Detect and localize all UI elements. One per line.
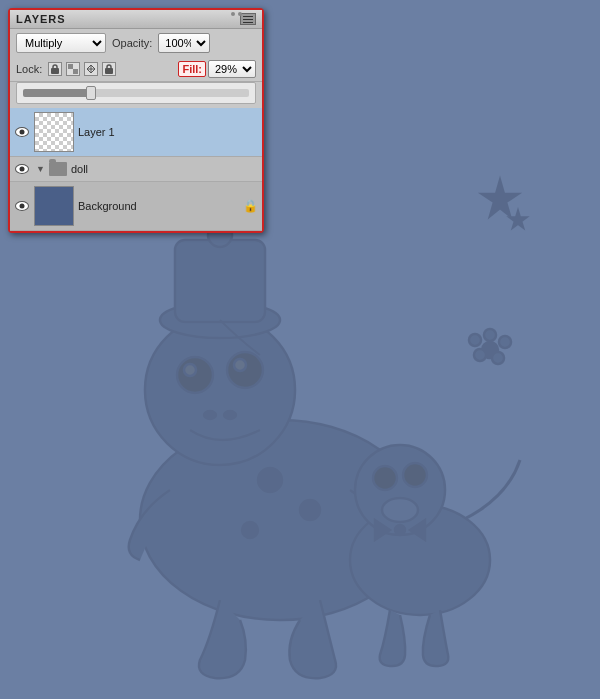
lock-all-icon[interactable] xyxy=(102,62,116,76)
panel-menu-button[interactable] xyxy=(240,13,256,25)
menu-line-3 xyxy=(243,22,253,23)
bg-color-thumbnail xyxy=(35,187,73,225)
resize-dot-1 xyxy=(231,12,235,16)
fill-slider-popup xyxy=(16,82,256,104)
blend-mode-select[interactable]: Multiply Normal Dissolve Darken Lighten … xyxy=(16,33,106,53)
layer-item-background[interactable]: Background 🔒 xyxy=(10,182,262,231)
panel-titlebar: LAYERS xyxy=(10,10,262,29)
svg-point-6 xyxy=(204,411,216,419)
lock-move-icon[interactable] xyxy=(84,62,98,76)
panel-title: LAYERS xyxy=(16,13,66,25)
visibility-icon-doll[interactable] xyxy=(14,161,30,177)
lock-fill-row: Lock: Fill: 29% 100% 75% 50% xyxy=(10,57,262,82)
visibility-icon-background[interactable] xyxy=(14,198,30,214)
fill-select[interactable]: 29% 100% 75% 50% xyxy=(208,60,256,78)
svg-rect-33 xyxy=(107,65,111,70)
lock-position-icon[interactable] xyxy=(48,62,62,76)
svg-rect-32 xyxy=(105,68,113,74)
group-arrow-doll[interactable]: ▼ xyxy=(36,164,45,174)
svg-point-5 xyxy=(234,359,246,371)
svg-point-9 xyxy=(300,500,320,520)
lock-label: Lock: xyxy=(16,63,42,75)
svg-rect-30 xyxy=(73,64,78,69)
eye-symbol-doll xyxy=(15,164,29,174)
fill-slider[interactable] xyxy=(23,89,249,97)
svg-point-23 xyxy=(474,349,486,361)
layer-name-background: Background xyxy=(78,200,239,212)
layer-item-layer1[interactable]: Layer 1 xyxy=(10,108,262,157)
svg-point-10 xyxy=(242,522,258,538)
svg-rect-17 xyxy=(175,240,265,322)
svg-point-25 xyxy=(395,525,405,535)
folder-icon-doll xyxy=(49,162,67,176)
layer-item-doll-group[interactable]: ▼ doll xyxy=(10,157,262,182)
eye-symbol-layer1 xyxy=(15,127,29,137)
svg-rect-27 xyxy=(53,65,57,70)
opacity-label: Opacity: xyxy=(112,37,152,49)
layer-name-doll: doll xyxy=(71,163,258,175)
resize-dot-2 xyxy=(238,12,242,16)
layers-panel: LAYERS Multiply Normal Dissolve Darken L… xyxy=(8,8,264,233)
lock-pixels-icon[interactable] xyxy=(66,62,80,76)
svg-point-24 xyxy=(469,334,481,346)
svg-rect-31 xyxy=(68,69,73,74)
resize-handle xyxy=(231,12,242,16)
svg-point-13 xyxy=(373,466,397,490)
svg-rect-28 xyxy=(68,64,73,69)
svg-point-15 xyxy=(382,498,418,522)
eye-symbol-background xyxy=(15,201,29,211)
svg-point-8 xyxy=(258,468,282,492)
opacity-select[interactable]: 100% 75% 50% 25% xyxy=(158,33,210,53)
svg-point-22 xyxy=(492,352,504,364)
menu-line-2 xyxy=(243,19,253,20)
checkerboard-bg xyxy=(35,113,73,151)
layer-thumbnail-layer1 xyxy=(34,112,74,152)
svg-point-7 xyxy=(224,411,236,419)
svg-point-14 xyxy=(403,463,427,487)
fill-label: Fill: xyxy=(178,61,206,77)
blend-opacity-row: Multiply Normal Dissolve Darken Lighten … xyxy=(10,29,262,57)
svg-rect-29 xyxy=(73,69,78,74)
fill-section: Fill: 29% 100% 75% 50% xyxy=(178,60,256,78)
layer-thumbnail-background xyxy=(34,186,74,226)
svg-rect-26 xyxy=(51,68,59,74)
lock-badge-background: 🔒 xyxy=(243,199,258,213)
layer-name-layer1: Layer 1 xyxy=(78,126,258,138)
menu-line-1 xyxy=(243,16,253,17)
svg-point-20 xyxy=(484,329,496,341)
svg-point-4 xyxy=(184,364,196,376)
svg-point-21 xyxy=(499,336,511,348)
layers-list: Layer 1 ▼ doll Background 🔒 xyxy=(10,108,262,231)
visibility-icon-layer1[interactable] xyxy=(14,124,30,140)
